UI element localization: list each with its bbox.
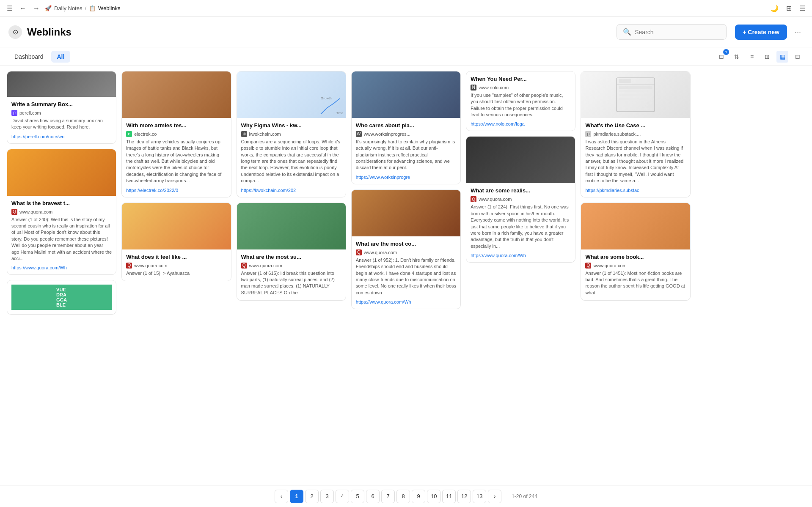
card-body: What are some book... Q www.quora.com An…: [581, 249, 690, 300]
card-surreal-places[interactable]: What are the most su... Q www.quora.com …: [237, 203, 346, 301]
page-7-button[interactable]: 7: [381, 490, 395, 503]
svg-rect-8: [619, 98, 646, 100]
top-nav-right: 🌙 ⊞ ☰: [768, 3, 807, 14]
svg-text:Time: Time: [336, 112, 343, 115]
tab-bar-right: ⊟ 1 ⇅ ≡ ⊞ ▦ ⊟: [716, 51, 804, 63]
card-business-mistakes[interactable]: What are the most co... Q www.quora.com …: [351, 189, 461, 309]
card-source: Q www.quora.com: [11, 209, 112, 215]
card-source: ⊕ kwokchain.com: [241, 131, 341, 137]
card-write-summary[interactable]: Write a Summary Box... p perell.com Davi…: [7, 71, 116, 144]
page-12-button[interactable]: 12: [457, 490, 471, 503]
card-books[interactable]: What are some book... Q www.quora.com An…: [581, 203, 690, 301]
card-body: What does it feel like ... Q www.quora.c…: [122, 249, 231, 281]
card-title: Why Figma Wins - kw...: [241, 122, 341, 129]
card-desc: Companies are a sequencing of loops. Whi…: [241, 139, 341, 184]
grid-view-icon[interactable]: ⊞: [761, 51, 773, 63]
page-13-button[interactable]: 13: [473, 490, 486, 503]
card-desc: Answer (1 of 240): Well this is the stor…: [11, 217, 112, 262]
card-bravest[interactable]: What is the bravest t... Q www.quora.com…: [7, 149, 116, 275]
source-name: perell.com: [19, 110, 41, 115]
page-9-button[interactable]: 9: [412, 490, 425, 503]
source-name: www.worksinprogres...: [364, 132, 410, 137]
card-link[interactable]: https://www.worksinprogre: [356, 175, 456, 180]
card-link[interactable]: https://kwokchain.com/202: [241, 188, 341, 193]
card-feel-like[interactable]: What does it feel like ... Q www.quora.c…: [121, 203, 231, 281]
page-5-button[interactable]: 5: [351, 490, 364, 503]
card-source: N www.nolo.com: [471, 85, 571, 90]
daily-notes-link[interactable]: Daily Notes: [54, 5, 82, 11]
card-link[interactable]: https://www.quora.com/Wh: [471, 253, 571, 258]
page-11-button[interactable]: 11: [442, 490, 456, 503]
card-vue[interactable]: VUEDRAGGABLE: [7, 280, 116, 315]
page-1-button[interactable]: 1: [290, 490, 303, 503]
page-count: 1-20 of 244: [512, 493, 537, 499]
back-icon[interactable]: ←: [18, 3, 28, 14]
card-body: What are some realis... Q www.quora.com …: [466, 183, 575, 262]
tab-bar: Dashboard All ⊟ 1 ⇅ ≡ ⊞ ▦ ⊟: [0, 47, 812, 66]
column-7: [696, 71, 805, 315]
card-image: Growth Time: [237, 71, 346, 118]
card-realistic[interactable]: What are some realis... Q www.quora.com …: [466, 136, 575, 263]
card-source: Q www.quora.com: [585, 263, 685, 269]
card-plagiarism[interactable]: Who cares about pla... W www.worksinprog…: [351, 71, 461, 184]
column-2: With more armies tes... e electrek.co Th…: [121, 71, 231, 315]
card-body: VUEDRAGGABLE: [7, 280, 116, 314]
create-new-button[interactable]: + Create new: [735, 25, 787, 40]
page-10-button[interactable]: 10: [427, 490, 440, 503]
prev-page-button[interactable]: ‹: [275, 490, 288, 503]
source-name: www.nolo.com: [479, 85, 509, 90]
card-source: W www.worksinprogres...: [356, 131, 456, 137]
page-2-button[interactable]: 2: [305, 490, 319, 503]
card-title: What's the Use Case ...: [585, 122, 685, 129]
card-armies[interactable]: With more armies tes... e electrek.co Th…: [121, 71, 231, 197]
favicon: Q: [585, 263, 591, 269]
card-body: When You Need Per... N www.nolo.com If y…: [466, 71, 575, 131]
card-use-case[interactable]: What's the Use Case ... p pkmdiaries.sub…: [581, 71, 690, 197]
card-view-icon[interactable]: ▦: [776, 51, 788, 63]
search-bar[interactable]: 🔍: [617, 24, 727, 40]
favicon: W: [356, 131, 362, 137]
card-link[interactable]: https://www.nolo.com/lega: [471, 121, 571, 126]
card-link[interactable]: https://electrek.co/2022/0: [126, 188, 226, 193]
card-source: Q www.quora.com: [356, 249, 456, 255]
menu-icon[interactable]: ☰: [5, 3, 14, 14]
page-3-button[interactable]: 3: [320, 490, 334, 503]
tab-all[interactable]: All: [51, 51, 71, 63]
page-icon: 📋: [89, 5, 96, 11]
breadcrumb: 🚀 Daily Notes / 📋 Weblinks: [45, 5, 121, 11]
header-more-button[interactable]: ···: [792, 26, 804, 38]
card-link[interactable]: https://www.quora.com/Wh: [356, 299, 456, 304]
page-8-button[interactable]: 8: [396, 490, 410, 503]
card-image: [352, 71, 460, 118]
favicon: Q: [241, 263, 247, 269]
card-figma-wins[interactable]: Growth Time Why Figma Wins - kw... ⊕ kwo…: [237, 71, 346, 197]
card-title: What are the most su...: [241, 254, 341, 261]
page-4-button[interactable]: 4: [336, 490, 349, 503]
card-link[interactable]: https://www.quora.com/Wh: [11, 265, 112, 270]
card-body: What's the Use Case ... p pkmdiaries.sub…: [581, 118, 690, 197]
list-view-icon[interactable]: ≡: [746, 51, 758, 63]
windows-icon[interactable]: ⊞: [784, 3, 793, 14]
page-6-button[interactable]: 6: [366, 490, 380, 503]
card-title: What are some realis...: [471, 187, 571, 195]
card-desc: Answer (1 of 952): 1. Don't hire family …: [356, 257, 456, 296]
tab-dashboard[interactable]: Dashboard: [8, 51, 50, 63]
more-nav-icon[interactable]: ☰: [798, 3, 807, 14]
card-link[interactable]: https://perell.com/note/wri: [11, 134, 112, 139]
card-desc: Answer (1 of 1451): Most non-fiction boo…: [585, 270, 685, 296]
search-input[interactable]: [635, 29, 720, 36]
card-body: What are the most co... Q www.quora.com …: [352, 236, 460, 309]
table-view-icon[interactable]: ⊟: [792, 51, 804, 63]
card-link[interactable]: https://pkmdiaries.substac: [585, 188, 685, 193]
card-source: Q www.quora.com: [126, 263, 226, 269]
forward-icon[interactable]: →: [31, 3, 41, 14]
filter-icon[interactable]: ⊟ 1: [716, 51, 727, 63]
card-title: What does it feel like ...: [126, 254, 226, 261]
current-page-name: Weblinks: [98, 5, 121, 11]
dark-mode-icon[interactable]: 🌙: [768, 3, 780, 14]
card-permission[interactable]: When You Need Per... N www.nolo.com If y…: [466, 71, 575, 131]
pagination: ‹ 1 2 3 4 5 6 7 8 9 10 11 12 13 › 1-20 o…: [0, 485, 812, 507]
next-page-button[interactable]: ›: [488, 490, 501, 503]
sort-icon[interactable]: ⇅: [731, 51, 743, 63]
page-logo: ⊙: [8, 25, 22, 39]
